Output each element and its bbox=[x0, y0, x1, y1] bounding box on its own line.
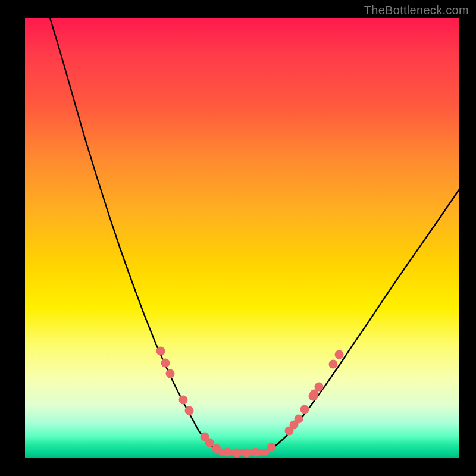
right-response-curve bbox=[266, 189, 459, 452]
chart-frame: TheBottleneck.com bbox=[0, 0, 476, 476]
data-marker bbox=[223, 448, 232, 457]
watermark-text: TheBottleneck.com bbox=[364, 4, 469, 17]
data-marker bbox=[161, 359, 170, 368]
data-marker bbox=[179, 396, 188, 405]
chart-svg bbox=[25, 18, 459, 458]
data-marker bbox=[267, 443, 276, 452]
data-markers bbox=[156, 347, 344, 458]
data-marker bbox=[185, 406, 194, 415]
data-marker bbox=[315, 383, 324, 392]
data-marker bbox=[166, 369, 175, 378]
data-marker bbox=[205, 439, 214, 447]
data-marker bbox=[329, 360, 338, 369]
data-marker bbox=[252, 448, 261, 457]
data-marker bbox=[242, 449, 251, 458]
data-marker bbox=[156, 347, 165, 356]
data-marker bbox=[300, 405, 309, 414]
data-marker bbox=[295, 415, 303, 424]
left-response-curve bbox=[50, 18, 221, 452]
plot-area bbox=[25, 18, 459, 458]
data-marker bbox=[335, 350, 344, 359]
data-marker bbox=[212, 444, 221, 453]
data-marker bbox=[233, 449, 242, 458]
